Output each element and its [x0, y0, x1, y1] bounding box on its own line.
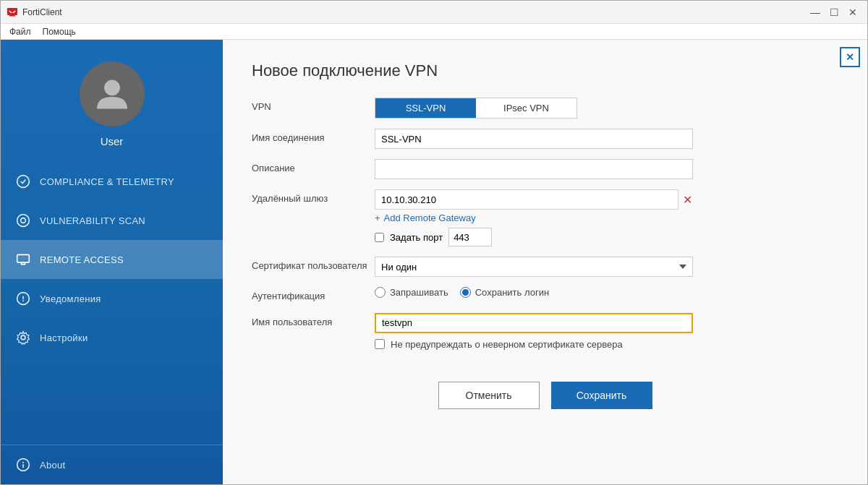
- save-button[interactable]: Сохранить: [551, 382, 652, 409]
- port-checkbox[interactable]: [375, 233, 384, 242]
- form-title: Новое подключение VPN: [252, 61, 838, 80]
- title-bar: FortiClient — ☐ ✕: [1, 1, 867, 24]
- svg-point-5: [17, 215, 30, 227]
- svg-point-3: [104, 80, 120, 95]
- menu-file[interactable]: Файл: [4, 25, 37, 38]
- port-label: Задать порт: [390, 232, 443, 243]
- window-controls: — ☐ ✕: [807, 4, 861, 21]
- menu-bar: Файл Помощь: [1, 24, 867, 40]
- username-control: Не предупреждать о неверном сертификате …: [375, 313, 838, 350]
- sidebar-item-remote-access-label: REMOTE ACCESS: [40, 254, 124, 265]
- connection-name-label: Имя соединения: [252, 129, 375, 145]
- cancel-button[interactable]: Отменить: [438, 382, 540, 409]
- sidebar-item-settings[interactable]: Настройки: [1, 318, 223, 357]
- notifications-icon: [15, 291, 31, 306]
- svg-rect-2: [9, 15, 15, 17]
- ssl-vpn-button[interactable]: SSL-VPN: [375, 98, 476, 118]
- close-window-button[interactable]: ✕: [844, 4, 861, 21]
- gateway-row: Удалённый шлюз ✕ Add Remote Gateway Зада…: [252, 189, 838, 246]
- action-buttons: Отменить Сохранить: [252, 382, 838, 409]
- app-window: FortiClient — ☐ ✕ Файл Помощь User: [0, 0, 868, 485]
- auth-save-option[interactable]: Сохранить логин: [460, 287, 549, 298]
- port-input[interactable]: [448, 228, 492, 246]
- description-label: Описание: [252, 159, 375, 175]
- cert-warning-label: Не предупреждать о неверном сертификате …: [391, 339, 623, 350]
- cert-warning-checkbox[interactable]: [375, 339, 385, 349]
- title-bar-text: FortiClient: [22, 7, 807, 17]
- add-gateway-link[interactable]: Add Remote Gateway: [375, 213, 838, 223]
- description-input[interactable]: [375, 159, 693, 179]
- menu-help[interactable]: Помощь: [37, 25, 82, 38]
- sidebar-item-vulnerability[interactable]: VULNERABILITY SCAN: [1, 201, 223, 240]
- auth-control: Запрашивать Сохранить логин: [375, 287, 838, 298]
- gateway-input[interactable]: [375, 189, 678, 210]
- connection-name-control: [375, 129, 838, 149]
- app-body: User COMPLIANCE & TELEMETRY: [1, 40, 867, 484]
- main-content: ✕ Новое подключение VPN VPN SSL-VPN IPse…: [223, 40, 867, 484]
- auth-save-radio[interactable]: [460, 287, 471, 298]
- remote-access-icon: [15, 252, 31, 267]
- gateway-container: ✕: [375, 189, 838, 210]
- port-row: Задать порт: [375, 228, 838, 246]
- auth-radio-group: Запрашивать Сохранить логин: [375, 287, 838, 298]
- auth-row: Аутентификация Запрашивать Сохранить лог…: [252, 287, 838, 303]
- cert-select[interactable]: Ни один: [375, 257, 693, 277]
- vpn-label: VPN: [252, 98, 375, 113]
- vpn-type-row: VPN SSL-VPN IPsec VPN: [252, 98, 838, 119]
- about-icon: [15, 457, 31, 473]
- sidebar-item-compliance[interactable]: COMPLIANCE & TELEMETRY: [1, 162, 223, 201]
- sidebar-item-notifications[interactable]: Уведомления: [1, 279, 223, 318]
- sidebar-item-settings-label: Настройки: [40, 332, 88, 343]
- sidebar-item-compliance-label: COMPLIANCE & TELEMETRY: [40, 176, 174, 187]
- gateway-control: ✕ Add Remote Gateway Задать порт: [375, 189, 838, 246]
- sidebar-item-notifications-label: Уведомления: [40, 293, 101, 304]
- username-label: User: [101, 135, 124, 147]
- auth-save-label: Сохранить логин: [475, 287, 549, 298]
- auth-label: Аутентификация: [252, 287, 375, 303]
- auth-ask-radio[interactable]: [375, 287, 386, 298]
- minimize-button[interactable]: —: [807, 4, 824, 21]
- sidebar-item-remote-access[interactable]: REMOTE ACCESS: [1, 240, 223, 279]
- vpn-toggle: SSL-VPN IPsec VPN: [375, 98, 577, 119]
- svg-point-11: [22, 300, 24, 301]
- auth-ask-label: Запрашивать: [390, 287, 448, 298]
- cert-label: Сертификат пользователя: [252, 257, 375, 272]
- maximize-button[interactable]: ☐: [825, 4, 843, 21]
- gateway-delete-button[interactable]: ✕: [683, 193, 692, 207]
- sidebar-item-about-label: About: [40, 460, 65, 471]
- connection-name-input[interactable]: [375, 129, 693, 149]
- avatar: [80, 61, 145, 126]
- auth-ask-option[interactable]: Запрашивать: [375, 287, 448, 298]
- sidebar-nav: COMPLIANCE & TELEMETRY VULNERABILITY SCA…: [1, 162, 223, 445]
- username-input[interactable]: [375, 313, 693, 333]
- cert-row: Сертификат пользователя Ни один: [252, 257, 838, 277]
- username-label: Имя пользователя: [252, 313, 375, 329]
- svg-point-6: [21, 218, 26, 223]
- description-control: [375, 159, 838, 179]
- connection-name-row: Имя соединения: [252, 129, 838, 149]
- user-section: User: [1, 40, 223, 162]
- vpn-type-control: SSL-VPN IPsec VPN: [375, 98, 838, 119]
- cert-control: Ни один: [375, 257, 838, 277]
- form-close-button[interactable]: ✕: [840, 47, 860, 67]
- description-row: Описание: [252, 159, 838, 179]
- sidebar-item-about[interactable]: About: [1, 445, 223, 484]
- svg-rect-7: [17, 254, 30, 262]
- sidebar-bottom: About: [1, 445, 223, 484]
- svg-point-15: [22, 462, 24, 463]
- settings-icon: [15, 330, 31, 345]
- ipsec-vpn-button[interactable]: IPsec VPN: [476, 98, 576, 118]
- sidebar: User COMPLIANCE & TELEMETRY: [1, 40, 223, 484]
- cert-warning-row: Не предупреждать о неверном сертификате …: [375, 339, 838, 350]
- svg-point-12: [21, 335, 25, 340]
- compliance-icon: [15, 173, 31, 189]
- sidebar-item-vulnerability-label: VULNERABILITY SCAN: [40, 215, 145, 226]
- vulnerability-icon: [15, 213, 31, 228]
- svg-point-4: [17, 176, 30, 188]
- username-row: Имя пользователя Не предупреждать о неве…: [252, 313, 838, 350]
- app-icon: [7, 7, 18, 18]
- gateway-label: Удалённый шлюз: [252, 189, 375, 205]
